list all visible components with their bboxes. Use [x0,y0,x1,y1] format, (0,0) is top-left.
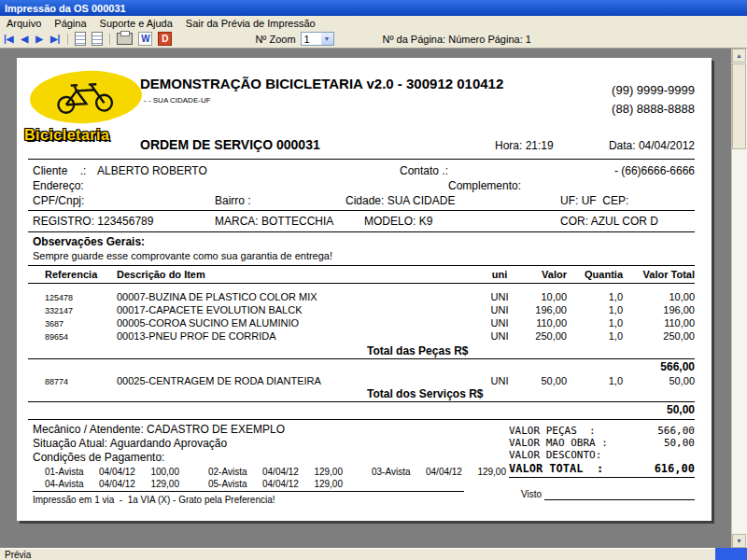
city-value: Cidade: SUA CIDADE [345,195,455,207]
document-subtitle: - - SUA CIDADE-UF [144,97,211,105]
payment-value: 129,00 [136,479,179,489]
total-servicos-label: Total dos Serviços R$ [367,388,483,400]
pdf-export-icon[interactable]: D [158,32,172,46]
district-label: Bairro : [215,195,251,207]
menu-suporte-ajuda[interactable]: Suporte e Ajuda [93,18,179,29]
zoom-value: 1 [302,34,321,45]
header-referencia: Referencia [45,269,97,280]
item-desc: 00017-CAPACETE EVOLUTION BALCK [117,304,302,315]
valor-desconto-label: VALOR DESCONTO: [509,449,601,461]
scroll-down-button[interactable]: ▼ [732,534,746,548]
toolbar-separator [109,34,110,45]
contact-label: Contato .: [400,165,448,177]
model-value: MODELO: K9 [364,216,432,228]
status-value: Situação Atual: Aguardando Aprovação [33,438,227,450]
printer-paper-icon [120,31,130,36]
next-page-button[interactable]: ▶ [32,34,47,44]
mechanic-value: Mecânico / Atendente: CADASTRO DE EXEMPL… [33,424,285,436]
order-time: Hora: 21:19 [495,140,554,152]
item-ref: 89654 [45,332,68,342]
order-date: Data: 04/04/2012 [586,140,695,152]
totals-row-total: VALOR TOTAL : 616,00 [509,462,696,474]
preview-area: Bicicletaria DEMONSTRAÇÃO BICICLETARIA v… [0,49,747,548]
uf-cep-value: UF: UF CEP: [560,195,628,207]
divider-line [28,419,695,420]
totals-row: VALOR DESCONTO: [509,449,696,461]
item-ref: 3687 [45,319,63,329]
payment-value: 129,00 [463,467,506,477]
zoom-select[interactable]: 1 ▼ [301,32,334,46]
payment-date: 04/04/12 [426,467,462,477]
divider-line [28,159,695,160]
bicycle-icon [49,78,122,116]
payment-parcel: 03-Avista [372,467,411,477]
valor-pecas-value: 566,00 [606,425,695,437]
zoom-label: Nº Zoom [255,34,295,45]
menu-sair-previa[interactable]: Sair da Prévia de Impressão [179,18,322,29]
menu-bar: Arquivo Página Suporte e Ajuda Sair da P… [0,16,747,30]
total-pecas-value: 566,00 [631,361,695,373]
word-export-icon[interactable]: W [138,32,152,46]
document-page: Bicicletaria DEMONSTRAÇÃO BICICLETARIA v… [17,58,712,521]
payment-parcel: 05-Avista [208,479,247,489]
payment-date: 04/04/12 [99,467,135,477]
phone-1: (99) 9999-9999 [540,84,695,97]
totals-row: VALOR MAO OBRA : 50,00 [509,437,696,449]
header-valor-total: Valor Total [631,269,695,280]
valor-total-value: 616,00 [606,462,695,475]
item-qtd: 1,0 [576,330,623,342]
scroll-thumb[interactable] [732,63,746,149]
item-ref: 332147 [45,306,73,315]
payment-date: 04/04/12 [262,479,299,489]
menu-arquivo[interactable]: Arquivo [0,18,48,29]
payment-parcel: 04-Avista [45,479,84,489]
window-title: Impressão da OS 000031 [5,3,126,14]
payment-value: 129,00 [300,467,343,477]
status-text: Prévia [5,550,31,560]
horizontal-scroll-segment[interactable] [715,548,747,560]
item-total: 110,00 [631,317,695,329]
payment-parcel: 02-Avista [208,467,247,477]
chevron-down-icon: ▼ [321,33,333,45]
item-ref: 88774 [45,377,68,386]
valor-total-label: VALOR TOTAL : [509,462,603,475]
item-desc: 00025-CENTRAGEM DE RODA DIANTEIRA [117,375,321,386]
item-qtd: 1,0 [576,375,623,386]
table-header-line [28,283,695,284]
client-label: Cliente .: [33,165,86,177]
table-row: 88774 00025-CENTRAGEM DE RODA DIANTEIRA … [17,375,712,388]
item-total: 250,00 [631,330,695,342]
valor-mao-obra-label: VALOR MAO OBRA : [509,437,608,449]
title-bar: Impressão da OS 000031 [0,0,747,16]
observations-text: Sempre guarde esse comprovante como sua … [33,250,332,261]
print-icon[interactable] [117,33,133,45]
toolbar-separator [67,34,68,45]
table-row: 125478 00007-BUZINA DE PLASTICO COLOR MI… [17,291,712,304]
item-valor: 250,00 [509,330,567,342]
item-desc: 00005-COROA SUCINO EM ALUMINIO [117,317,299,329]
page-copy-icon[interactable] [92,32,103,46]
first-page-button[interactable]: |◀ [0,34,18,44]
color-value: COR: AZUL COR D [560,216,658,228]
status-bar: Prévia [0,548,747,560]
vertical-scrollbar[interactable]: ▲ ▼ [731,49,747,548]
complement-label: Complemento: [448,180,521,192]
print-note: Impressão em 1 via - 1a VIA (X) - Grato … [33,495,275,505]
table-header-row: Referencia Descrição do Item uni Valor Q… [17,269,712,282]
menu-pagina[interactable]: Página [48,18,92,29]
payment-value: 100,00 [136,467,179,477]
payment-date: 04/04/12 [99,479,135,489]
page-preview-icon[interactable] [75,32,86,46]
prev-page-button[interactable]: ◀ [18,34,33,44]
last-page-button[interactable]: ▶| [47,34,64,44]
header-descricao: Descrição do Item [117,269,205,280]
scroll-up-button[interactable]: ▲ [732,49,746,63]
item-valor: 10,00 [509,291,567,302]
brand-value: MARCA: BOTTECCHIA [215,216,333,228]
divider-line [28,358,695,359]
item-total: 196,00 [631,304,695,315]
divider-line [28,401,695,402]
divider-line [509,477,695,478]
item-valor: 50,00 [509,375,567,386]
payment-date: 04/04/12 [262,467,299,477]
